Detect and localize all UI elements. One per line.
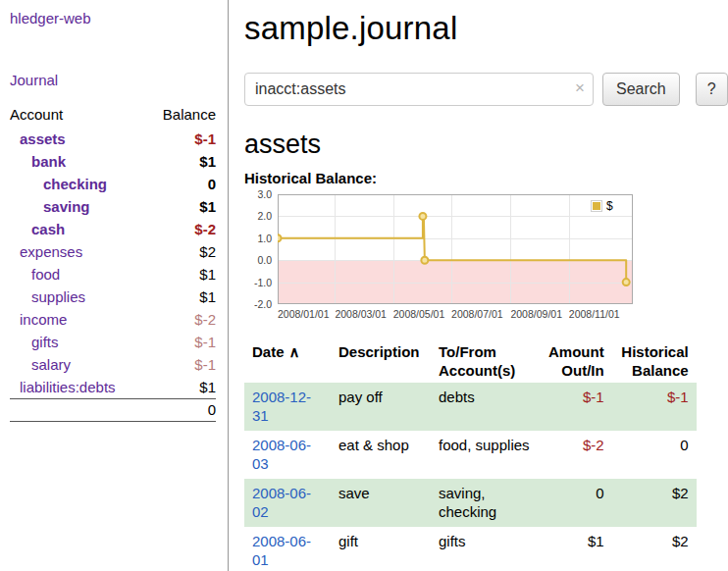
register-accounts: food, supplies [431, 431, 541, 479]
search-bar: × Search ? [244, 73, 728, 106]
account-link-supplies[interactable]: supplies [10, 288, 85, 305]
register-description: gift [331, 527, 431, 571]
register-row: 2008-06-03eat & shopfood, supplies$-20 [244, 431, 697, 479]
account-balance: $-1 [147, 331, 216, 353]
clear-search-icon[interactable]: × [575, 78, 585, 98]
register-header-balance: Historical Balance [612, 341, 697, 383]
x-axis-tick-label: 2008/03/01 [335, 308, 391, 320]
account-link-liabilities-debts[interactable]: liabilities:debts [10, 379, 116, 395]
account-row: checking0 [10, 173, 216, 195]
account-row: bank$1 [10, 150, 216, 173]
account-balance: 0 [147, 173, 216, 195]
account-row: liabilities:debts$1 [10, 376, 216, 399]
account-link-expenses[interactable]: expenses [10, 243, 82, 260]
register-amount: $-2 [541, 431, 612, 479]
account-row: expenses$2 [10, 240, 216, 263]
register-table: Date∧ Description To/From Account(s) Amo… [244, 341, 697, 571]
account-balance: $1 [147, 286, 216, 308]
register-row: 2008-06-01giftgifts$1$2 [244, 527, 697, 571]
account-balance: $2 [147, 240, 216, 263]
accounts-table: Account Balance assets$-1bank$1checking0… [10, 104, 216, 422]
register-balance: $2 [612, 527, 697, 571]
register-amount: 0 [541, 479, 612, 527]
account-row: salary$-1 [10, 353, 216, 376]
legend-swatch-icon [591, 200, 602, 212]
account-link-salary[interactable]: salary [10, 356, 71, 373]
register-description: eat & shop [331, 431, 431, 479]
accounts-header-account: Account [10, 104, 147, 128]
register-row: 2008-12-31pay offdebts$-1$-1 [244, 383, 697, 431]
account-balance: $1 [147, 195, 216, 218]
register-header-accounts: To/From Account(s) [431, 341, 541, 383]
account-row: assets$-1 [10, 128, 216, 150]
account-row: food$1 [10, 263, 216, 286]
register-balance: $-1 [612, 383, 697, 431]
accounts-header-row: Account Balance [10, 104, 216, 128]
register-accounts: debts [431, 383, 541, 431]
account-balance: $-1 [147, 128, 216, 150]
account-row: saving$1 [10, 195, 216, 218]
search-button[interactable]: Search [602, 73, 680, 106]
account-link-income[interactable]: income [10, 311, 67, 328]
register-balance: 0 [612, 431, 697, 479]
register-accounts: saving, checking [431, 479, 541, 527]
account-row: income$-2 [10, 308, 216, 331]
y-axis-tick-label: 2.0 [244, 210, 272, 222]
hledger-web-app: hledger-web Journal Account Balance asse… [0, 0, 728, 571]
account-link-bank[interactable]: bank [10, 153, 66, 170]
accounts-total-row: 0 [10, 399, 216, 422]
account-balance: $-2 [147, 308, 216, 331]
account-row: gifts$-1 [10, 331, 216, 353]
register-amount: $-1 [541, 383, 612, 431]
search-input[interactable] [244, 73, 594, 106]
data-point-marker [421, 257, 428, 264]
journal-link[interactable]: Journal [10, 72, 216, 88]
chart-plot-area [278, 194, 633, 304]
legend-label: $ [606, 199, 613, 213]
register-header-date[interactable]: Date∧ [244, 341, 331, 383]
register-balance: $2 [612, 479, 697, 527]
app-title-link[interactable]: hledger-web [10, 10, 216, 26]
account-link-checking[interactable]: checking [10, 176, 107, 192]
help-button[interactable]: ? [696, 73, 728, 106]
y-axis-tick-label: 1.0 [244, 233, 272, 244]
account-balance: $1 [147, 150, 216, 173]
account-balance: $-1 [147, 353, 216, 376]
sidebar: hledger-web Journal Account Balance asse… [0, 0, 229, 571]
register-date-link[interactable]: 2008-06-01 [252, 533, 311, 569]
page-title: sample.journal [244, 10, 728, 47]
account-link-food[interactable]: food [10, 266, 60, 283]
register-header-amount: Amount Out/In [541, 341, 612, 383]
sort-ascending-icon: ∧ [289, 343, 300, 360]
data-point-marker [419, 213, 426, 220]
y-axis-tick-label: 0.0 [244, 254, 272, 266]
main-content: sample.journal × Search ? assets Histori… [229, 0, 728, 571]
account-row: cash$-2 [10, 218, 216, 240]
search-box: × [244, 73, 594, 106]
account-balance: $1 [147, 263, 216, 286]
account-link-assets[interactable]: assets [10, 130, 66, 147]
x-axis-tick-label: 2008/01/01 [278, 308, 335, 320]
register-date-link[interactable]: 2008-12-31 [252, 389, 311, 425]
data-point-marker [278, 234, 282, 241]
account-heading: assets [244, 130, 728, 160]
account-link-saving[interactable]: saving [10, 198, 90, 215]
x-axis-tick-label: 2008/07/01 [451, 308, 508, 320]
x-axis-tick-label: 2008/09/01 [510, 308, 567, 320]
data-point-marker [623, 279, 630, 286]
account-link-gifts[interactable]: gifts [10, 334, 59, 350]
register-description: pay off [331, 383, 431, 431]
account-link-cash[interactable]: cash [10, 221, 65, 237]
register-header-row: Date∧ Description To/From Account(s) Amo… [244, 341, 697, 383]
chart-title: Historical Balance: [244, 170, 728, 186]
register-description: save [331, 479, 431, 527]
historical-balance-chart: $ 3.02.01.00.0-1.0-2.02008/01/012008/03/… [244, 194, 656, 328]
register-row: 2008-06-02savesaving, checking0$2 [244, 479, 697, 527]
date-header-label: Date [252, 343, 285, 360]
y-axis-tick-label: -2.0 [244, 298, 272, 310]
register-header-description: Description [331, 341, 431, 383]
x-axis-tick-label: 2008/05/01 [393, 308, 450, 320]
account-balance: $-2 [147, 218, 216, 240]
register-date-link[interactable]: 2008-06-03 [252, 437, 311, 473]
register-date-link[interactable]: 2008-06-02 [252, 485, 311, 521]
